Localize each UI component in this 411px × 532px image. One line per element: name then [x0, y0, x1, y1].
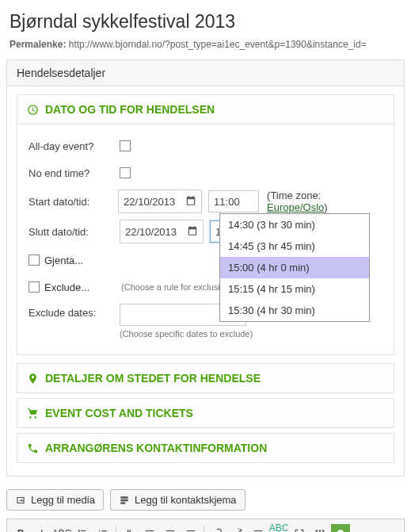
numbered-list-button[interactable]: 123 [93, 524, 112, 532]
clock-icon [27, 104, 39, 116]
svg-rect-26 [319, 530, 321, 531]
all-day-label: All-day event? [29, 140, 120, 152]
section-venue-title: DETALJER OM STEDET FOR HENDELSE [45, 372, 261, 385]
section-organizer-title: ARRANGØRENS KONTAKTINFORMATION [45, 442, 267, 454]
section-datetime-title: DATO OG TID FOR HENDELSEN [45, 103, 215, 116]
bold-button[interactable]: B [11, 524, 30, 532]
svg-rect-27 [322, 530, 324, 531]
svg-rect-7 [101, 530, 106, 531]
tz-open: (Time zone: [267, 189, 321, 201]
svg-rect-12 [146, 530, 154, 531]
section-datetime-body: All-day event? No end time? Start dato/t… [17, 124, 394, 355]
svg-rect-25 [316, 530, 318, 531]
no-end-checkbox[interactable] [120, 167, 131, 178]
exclude-dates-hint: (Choose specific dates to exclude) [120, 329, 253, 339]
svg-rect-22 [254, 530, 263, 531]
calendar-icon[interactable] [181, 195, 201, 209]
start-time-input[interactable] [208, 190, 259, 212]
svg-rect-18 [187, 530, 196, 531]
exclude-label: Exclude... [44, 281, 89, 293]
cart-icon [27, 408, 39, 419]
toolbar-toggle-button[interactable] [310, 524, 329, 532]
timezone-text: (Time zone: Europe/Oslo) [267, 189, 382, 213]
permalink-url: http://www.bjorndal.no/?post_type=ai1ec_… [69, 39, 367, 50]
time-option[interactable]: 14:45 (3 hr 45 min) [220, 235, 369, 257]
unlink-button[interactable] [228, 524, 247, 532]
editor: B I ABC 123 “ ABC✓ Avsnitt U A▾ T W Ω [6, 519, 405, 532]
section-venue-header[interactable]: DETALJER OM STEDET FOR HENDELSE [17, 363, 394, 393]
section-cost-header[interactable]: EVENT COST AND TICKETS [17, 398, 394, 428]
tz-close: ) [324, 201, 327, 213]
exclude-checkbox[interactable] [29, 281, 40, 293]
permalink-label: Permalenke: [10, 39, 66, 50]
section-cost-title: EVENT COST AND TICKETS [45, 407, 193, 419]
quote-button[interactable]: “ [120, 524, 139, 532]
italic-button[interactable]: I [32, 524, 51, 532]
timezone-link[interactable]: Europe/Oslo [267, 201, 324, 213]
map-pin-icon [27, 373, 39, 385]
time-option[interactable]: 14:30 (3 hr 30 min) [220, 214, 369, 235]
media-icon [15, 495, 26, 506]
exclude-hint: (Choose a rule for exclusion) [121, 282, 233, 292]
start-date-wrapper[interactable] [118, 189, 202, 213]
insert-button[interactable] [331, 524, 350, 532]
end-date-wrapper[interactable] [120, 220, 204, 243]
end-date-input[interactable] [120, 220, 182, 243]
toolbar-separator [204, 526, 204, 532]
bullet-list-button[interactable] [73, 524, 92, 532]
toolbar-separator [116, 526, 116, 532]
align-left-button[interactable] [140, 524, 159, 532]
time-option[interactable]: 15:30 (4 hr 30 min) [220, 300, 369, 321]
panel-title: Hendelsesdetaljer [7, 60, 404, 86]
link-button[interactable] [207, 524, 226, 532]
phone-icon [27, 442, 39, 454]
strike-button[interactable]: ABC [52, 524, 71, 532]
add-media-label: Legg til media [31, 494, 95, 506]
svg-rect-1 [81, 530, 86, 531]
no-end-label: No end time? [29, 167, 120, 179]
align-right-button[interactable] [181, 524, 200, 532]
section-organizer-header[interactable]: ARRANGØRENS KONTAKTINFORMATION [17, 433, 394, 463]
more-button[interactable] [249, 524, 268, 532]
form-icon [119, 495, 130, 506]
permalink: Permalenke: http://www.bjorndal.no/?post… [0, 39, 411, 59]
fullscreen-button[interactable] [290, 524, 309, 532]
time-option[interactable]: 15:00 (4 hr 0 min) [220, 257, 369, 278]
editor-toolbar-row1: B I ABC 123 “ ABC✓ [7, 519, 404, 532]
event-details-panel: Hendelsesdetaljer DATO OG TID FOR HENDEL… [6, 59, 405, 477]
align-center-button[interactable] [161, 524, 180, 532]
calendar-icon[interactable] [182, 225, 203, 239]
svg-point-0 [78, 530, 80, 531]
page-title: Bjørndal sykkelfestival 2013 [0, 0, 411, 39]
add-media-button[interactable]: Legg til media [6, 489, 104, 511]
spellcheck-button[interactable]: ABC✓ [269, 524, 288, 532]
repeat-checkbox[interactable] [29, 255, 40, 266]
add-contact-form-button[interactable]: Legg til kontaktskjema [110, 489, 245, 511]
time-dropdown: 14:30 (3 hr 30 min)14:45 (3 hr 45 min)15… [219, 213, 370, 322]
repeat-label: Gjenta... [44, 255, 83, 266]
time-option[interactable]: 15:15 (4 hr 15 min) [220, 278, 369, 300]
section-datetime-header[interactable]: DATO OG TID FOR HENDELSEN [17, 94, 394, 124]
end-label: Slutt dato/tid: [29, 226, 120, 238]
exclude-dates-label: Exclude dates: [29, 304, 120, 319]
start-date-input[interactable] [119, 190, 181, 212]
start-label: Start dato/tid: [29, 196, 118, 208]
all-day-checkbox[interactable] [120, 140, 131, 151]
svg-rect-15 [166, 530, 175, 531]
add-contact-form-label: Legg til kontaktskjema [135, 494, 237, 506]
